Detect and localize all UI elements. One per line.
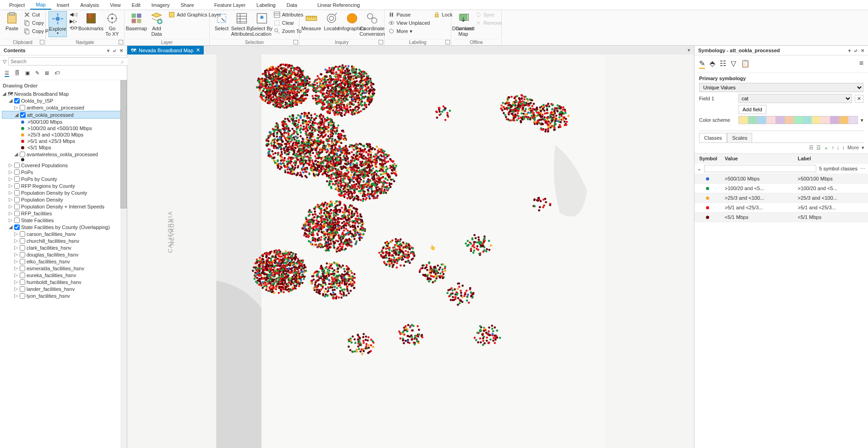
symbology-class-row[interactable]: >100/20 and <5...>100/20 and <5... [694, 184, 868, 193]
list-by-selection-icon[interactable]: ▣ [25, 70, 30, 77]
nav-arrow-1[interactable]: ◀◁ [69, 11, 79, 18]
paste-button[interactable]: Paste [3, 11, 21, 32]
grid-format-icon[interactable]: ☴ [809, 145, 814, 152]
toc-layer-item[interactable]: ▷humboldt_facilities_hsnv [2, 279, 125, 285]
sync-button[interactable]: Sync [474, 11, 503, 18]
symbology-class-row[interactable]: >25/3 and <100...>25/3 and <100... [694, 193, 868, 203]
dialog-launcher-clipboard[interactable] [40, 40, 44, 44]
select-button[interactable]: Select [212, 11, 231, 32]
toc-check[interactable] [20, 238, 25, 244]
list-by-drawing-icon[interactable]: ☰ [5, 70, 9, 77]
toc-check[interactable] [20, 231, 25, 237]
symbol-layer-icon[interactable]: ☷ [720, 59, 726, 69]
toc-check[interactable] [20, 273, 25, 278]
toc-check[interactable] [14, 163, 20, 168]
symbol-swatch[interactable] [706, 187, 709, 190]
contents-close-icon[interactable]: ✕ [119, 48, 123, 53]
toc-check-avant[interactable] [20, 152, 25, 157]
lock-button[interactable]: Lock [433, 11, 453, 18]
toc-check[interactable] [14, 211, 20, 216]
contents-search-input[interactable] [8, 57, 128, 66]
col-value-header[interactable]: Value [722, 154, 795, 163]
toc-check-state-fac[interactable] [14, 224, 20, 230]
class-value[interactable]: <5/1 Mbps [722, 213, 795, 222]
dialog-launcher-navigate[interactable] [119, 40, 123, 44]
toc-layer-item[interactable]: ▷carson_facilities_hsnv [2, 230, 125, 237]
remove-field-icon[interactable]: ✕ [855, 95, 863, 103]
class-label[interactable]: >5/1 and <25/3... [795, 203, 868, 212]
infographics-button[interactable]: Infographics [342, 11, 361, 32]
contents-toc[interactable]: Drawing Order ◢🗺Nevada Broadband Map ◢Oo… [0, 80, 127, 448]
symbology-close-icon[interactable]: ✕ [861, 48, 864, 53]
explore-button[interactable]: Explore ▾ [49, 11, 67, 37]
grid-add-icon[interactable]: ＋ [824, 145, 829, 152]
toc-check[interactable] [20, 252, 25, 257]
toc-check[interactable] [14, 218, 20, 223]
add-data-button[interactable]: Add Data [147, 11, 166, 38]
symbol-swatch[interactable] [706, 177, 709, 180]
download-map-button[interactable]: Download Map [454, 11, 472, 38]
color-scheme-picker[interactable] [738, 116, 858, 124]
pause-button[interactable]: Pause [387, 11, 431, 18]
list-by-snapping-icon[interactable]: ⊞ [45, 70, 49, 77]
class-label[interactable]: >500/100 Mbps [795, 174, 868, 183]
ribbon-tab-imagery[interactable]: Imagery [146, 1, 175, 9]
toc-check-att[interactable] [20, 112, 26, 118]
contents-dropdown-icon[interactable]: ▾ [107, 48, 109, 53]
toc-layer-item[interactable]: ▷elko_facilities_hsnv [2, 258, 125, 265]
select-by-location-button[interactable]: Select By Location [253, 11, 271, 38]
toc-map-item[interactable]: ◢🗺Nevada Broadband Map [2, 90, 125, 97]
toc-group-state-fac[interactable]: ◢State Facilities by County (Overlapping… [2, 224, 125, 230]
add-field-button[interactable]: Add field [738, 105, 766, 114]
toc-check[interactable] [14, 204, 20, 209]
list-by-labeling-icon[interactable]: 🏷 [54, 70, 60, 77]
color-scheme-dropdown-icon[interactable]: ▾ [861, 117, 863, 123]
toc-layer-item[interactable]: ▷PoPs by County [2, 175, 125, 182]
toc-layer-item[interactable]: ▷eureka_facilities_hsnv [2, 272, 125, 279]
tab-scales[interactable]: Scales [727, 133, 752, 142]
dialog-launcher-inquiry[interactable] [379, 40, 383, 44]
ribbon-tab-map[interactable]: Map [30, 0, 51, 10]
toc-layer-item[interactable]: ▷RFP Regions by County [2, 182, 125, 189]
import-icon[interactable]: 📋 [741, 59, 750, 69]
goto-xy-button[interactable]: Go To XY [103, 11, 121, 38]
toc-check[interactable] [20, 259, 25, 264]
symbology-class-row[interactable]: >500/100 Mbps>500/100 Mbps [694, 174, 868, 184]
toc-check[interactable] [20, 279, 25, 285]
toc-check[interactable] [20, 286, 25, 292]
select-by-attributes-button[interactable]: Select By Attributes [233, 11, 251, 38]
remove-button[interactable]: Remove [474, 19, 503, 27]
grid-more-chevron-icon[interactable]: ▾ [862, 145, 864, 152]
list-by-editing-icon[interactable]: ✎ [35, 70, 39, 77]
toc-group-ookla[interactable]: ◢Ookla_by_ISP [2, 97, 125, 104]
dialog-launcher-labeling[interactable] [445, 40, 450, 44]
coord-conversion-button[interactable]: Coordinate Conversion [363, 11, 381, 38]
ribbon-tab-linear-ref[interactable]: Linear Referencing [312, 1, 365, 9]
class-label[interactable]: >100/20 and <5... [795, 184, 868, 193]
toc-check[interactable] [14, 190, 20, 196]
ribbon-tab-edit[interactable]: Edit [126, 1, 146, 9]
map-canvas[interactable]: CALIFORNIA NEVADA 👆 [127, 55, 694, 448]
field1-select[interactable]: cat [738, 94, 852, 103]
toc-check[interactable] [14, 183, 20, 189]
search-icon[interactable]: ⌕ [121, 59, 124, 64]
tab-classes[interactable]: Classes [699, 133, 727, 142]
map-view-tab[interactable]: 🗺 Nevada Broadband Map ✕ [127, 46, 204, 55]
toc-layer-item[interactable]: ▷RFP_facilities [2, 210, 125, 217]
toc-layer-item[interactable]: ▷esmeralda_facilities_hsnv [2, 265, 125, 272]
col-symbol-header[interactable]: Symbol [694, 154, 722, 163]
primary-symbology-select[interactable]: Unique Values [699, 83, 863, 92]
toc-check[interactable] [14, 169, 20, 175]
toc-check-ookla[interactable] [14, 98, 20, 104]
toc-layer-item[interactable]: ▷State Facilities [2, 217, 125, 224]
class-label[interactable]: <5/1 Mbps [795, 213, 868, 222]
toc-layer-item[interactable]: ▷douglas_facilities_hsnv [2, 251, 125, 258]
symbology-menu-icon[interactable]: ≡ [859, 59, 863, 69]
more-labeling-button[interactable]: More ▾ [387, 27, 431, 35]
nav-arrow-2[interactable]: ▶▷ [69, 18, 79, 25]
view-unplaced-button[interactable]: View Unplaced [387, 19, 431, 27]
ribbon-tab-data[interactable]: Data [281, 1, 303, 9]
grid-add-all-icon[interactable]: ☲ [816, 145, 821, 152]
toc-check[interactable] [14, 176, 20, 182]
toc-layer-item[interactable]: ▷lyon_facilities_hsnv [2, 292, 125, 299]
